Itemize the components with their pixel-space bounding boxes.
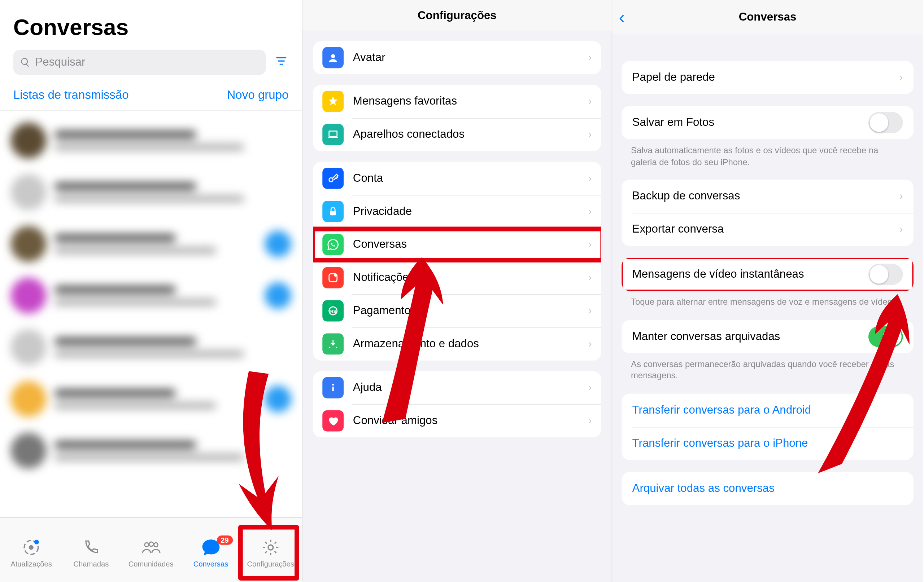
tab-label: Comunidades: [129, 560, 173, 567]
row-help[interactable]: Ajuda ›: [313, 371, 601, 404]
search-icon: [20, 57, 30, 67]
filter-icon[interactable]: [274, 54, 289, 71]
search-input[interactable]: Pesquisar: [13, 50, 266, 75]
row-label: Transferir conversas para o iPhone: [632, 437, 903, 450]
row-avatar[interactable]: Avatar ›: [313, 41, 601, 74]
row-label: Mensagens favoritas: [353, 95, 588, 108]
chevron-right-icon: ›: [588, 305, 592, 317]
row-favorites[interactable]: Mensagens favoritas ›: [313, 85, 601, 118]
info-icon: [322, 377, 343, 398]
svg-rect-14: [330, 211, 336, 215]
row-export[interactable]: Exportar conversa ›: [622, 213, 914, 246]
chevron-right-icon: ›: [588, 338, 592, 350]
settings-group-fav: Mensagens favoritas › Aparelhos conectad…: [313, 85, 601, 151]
screen-chats: Conversas Pesquisar Listas de transmissã…: [0, 0, 302, 582]
communities-icon: [141, 536, 161, 558]
back-button[interactable]: ‹: [619, 7, 625, 27]
list-item[interactable]: [0, 425, 302, 476]
svg-point-20: [332, 384, 334, 385]
row-label: Privacidade: [353, 205, 588, 218]
svg-point-7: [153, 543, 157, 546]
svg-point-9: [268, 544, 273, 549]
row-payments[interactable]: R$ Pagamentos ›: [313, 294, 601, 327]
nav-bar: ‹ Conversas: [612, 0, 922, 35]
page-title: Conversas: [739, 10, 797, 24]
group-wallpaper: Papel de parede ›: [622, 61, 914, 94]
screen-chat-settings: ‹ Conversas Papel de parede › Salvar em …: [612, 0, 922, 582]
row-label: Exportar conversa: [632, 223, 899, 236]
tab-settings[interactable]: Configurações: [241, 536, 301, 567]
row-transfer-iphone[interactable]: Transferir conversas para o iPhone: [622, 427, 914, 460]
chevron-right-icon: ›: [588, 173, 592, 184]
list-item[interactable]: [0, 270, 302, 321]
svg-rect-11: [329, 131, 337, 136]
storage-icon: [322, 334, 343, 355]
unread-badge: 29: [216, 535, 233, 544]
svg-rect-12: [328, 137, 338, 138]
whatsapp-icon: [322, 234, 343, 255]
screen-settings: Configurações Avatar › Mensagens favorit…: [302, 0, 612, 582]
row-label: Notificações: [353, 271, 588, 284]
toggle-save-photos[interactable]: [868, 112, 903, 133]
row-linked-devices[interactable]: Aparelhos conectados ›: [313, 118, 601, 151]
toggle-keep-archived[interactable]: [868, 326, 903, 347]
svg-point-13: [329, 178, 333, 182]
tab-label: Atualizações: [10, 560, 52, 567]
row-keep-archived[interactable]: Manter conversas arquivadas: [622, 320, 914, 353]
row-backup[interactable]: Backup de conversas ›: [622, 179, 914, 213]
page-title: Configurações: [302, 0, 612, 31]
row-label: Pagamentos: [353, 304, 588, 318]
avatar-icon: [322, 47, 343, 68]
tab-calls[interactable]: Chamadas: [61, 536, 121, 567]
svg-text:R$: R$: [330, 309, 336, 314]
row-wallpaper[interactable]: Papel de parede ›: [622, 61, 914, 94]
row-account[interactable]: Conta ›: [313, 161, 601, 195]
group-instant-video: Mensagens de vídeo instantâneas: [622, 258, 914, 291]
list-item[interactable]: [0, 115, 302, 166]
row-archive-all[interactable]: Arquivar todas as conversas: [622, 472, 914, 505]
row-label: Transferir conversas para o Android: [632, 403, 903, 417]
row-label: Convidar amigos: [353, 414, 588, 427]
broadcast-lists-link[interactable]: Listas de transmissão: [13, 88, 129, 102]
search-row: Pesquisar: [13, 50, 289, 75]
chevron-right-icon: ›: [588, 129, 592, 141]
row-label: Avatar: [353, 51, 588, 64]
heart-icon: [322, 410, 343, 432]
star-icon: [322, 91, 343, 112]
row-chats[interactable]: Conversas ›: [313, 228, 601, 261]
tab-label: Configurações: [247, 560, 294, 567]
tab-label: Chamadas: [73, 560, 109, 567]
chat-list-blurred: [0, 111, 302, 477]
gear-icon: [261, 536, 280, 558]
lock-icon: [322, 201, 343, 222]
new-group-link[interactable]: Novo grupo: [227, 88, 289, 102]
svg-rect-19: [332, 386, 334, 391]
row-instant-video[interactable]: Mensagens de vídeo instantâneas: [622, 258, 914, 291]
tab-updates[interactable]: Atualizações: [2, 536, 61, 567]
list-item[interactable]: [0, 218, 302, 270]
row-transfer-android[interactable]: Transferir conversas para o Android: [622, 393, 914, 427]
row-save-photos[interactable]: Salvar em Fotos: [622, 106, 914, 139]
row-invite[interactable]: Convidar amigos ›: [313, 404, 601, 437]
tab-chats[interactable]: 29 Conversas: [181, 536, 241, 567]
group-backup: Backup de conversas › Exportar conversa …: [622, 179, 914, 246]
chevron-right-icon: ›: [588, 239, 592, 251]
status-icon: [22, 536, 40, 558]
row-privacy[interactable]: Privacidade ›: [313, 195, 601, 228]
note-save-photos: Salva automaticamente as fotos e os víde…: [612, 139, 922, 168]
row-storage[interactable]: Armazenamento e dados ›: [313, 327, 601, 361]
row-notifications[interactable]: Notificações ›: [313, 261, 601, 294]
list-item[interactable]: [0, 166, 302, 218]
tab-communities[interactable]: Comunidades: [121, 536, 181, 567]
row-label: Armazenamento e dados: [353, 337, 588, 351]
list-item[interactable]: [0, 321, 302, 373]
chevron-right-icon: ›: [588, 206, 592, 217]
row-label: Mensagens de vídeo instantâneas: [632, 268, 868, 281]
svg-point-4: [29, 545, 33, 549]
row-label: Arquivar todas as conversas: [632, 482, 903, 495]
chevron-right-icon: ›: [588, 272, 592, 284]
list-item[interactable]: [0, 373, 302, 425]
group-keep-archived: Manter conversas arquivadas: [622, 320, 914, 353]
svg-point-16: [334, 274, 337, 276]
toggle-instant-video[interactable]: [868, 264, 903, 285]
